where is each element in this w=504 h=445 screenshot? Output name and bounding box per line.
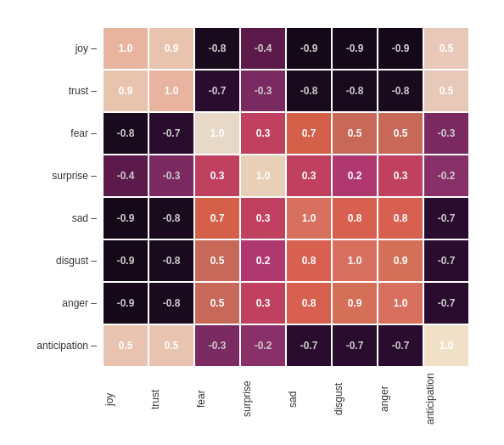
heatmap-cell: 0.5 [378, 113, 423, 154]
heatmap-cell: -0.8 [149, 198, 193, 239]
heatmap-cell: 0.7 [287, 113, 331, 154]
heatmap-cell: -0.7 [195, 70, 239, 111]
heatmap-cell: 0.8 [287, 240, 331, 281]
heatmap-cell: 0.5 [195, 240, 239, 281]
heatmap-cell: 0.9 [333, 283, 377, 324]
col-label: joy [104, 368, 148, 434]
heatmap-cell: 0.3 [241, 283, 285, 324]
heatmap-cell: 0.5 [104, 325, 148, 366]
heatmap-cell: -0.8 [149, 240, 193, 281]
row-label: disgust – [19, 240, 102, 281]
col-labels: joytrustfearsurprisesaddisgustangerantic… [104, 368, 468, 434]
heatmap-cell: -0.9 [378, 28, 423, 69]
heatmap-cell: 0.9 [149, 28, 193, 69]
col-label: anger [378, 368, 423, 434]
col-label: trust [149, 368, 193, 434]
heatmap-cell: -0.8 [149, 283, 193, 324]
heatmap-cell: -0.9 [287, 28, 331, 69]
heatmap-cell: -0.8 [104, 113, 148, 154]
col-label: disgust [333, 368, 377, 434]
heatmap-cell: 0.2 [333, 155, 377, 196]
heatmap-cell: -0.7 [287, 325, 331, 366]
heatmap-cell: 1.0 [333, 240, 377, 281]
heatmap-cell: 1.0 [195, 113, 239, 154]
row-label: anticipation – [19, 325, 102, 366]
heatmap-cell: 0.7 [195, 198, 239, 239]
heatmap-cell: -0.2 [424, 155, 468, 196]
row-label: fear – [19, 113, 102, 154]
heatmap-cell: -0.8 [378, 70, 423, 111]
heatmap-cell: 0.3 [241, 113, 285, 154]
heatmap-cell: -0.7 [424, 283, 468, 324]
heatmap-grid: 1.00.9-0.8-0.4-0.9-0.9-0.90.50.91.0-0.7-… [104, 28, 468, 366]
heatmap-cell: -0.7 [424, 240, 468, 281]
heatmap-cell: -0.7 [149, 113, 193, 154]
heatmap-cell: 0.5 [424, 28, 468, 69]
heatmap-cell: 1.0 [378, 283, 423, 324]
heatmap-cell: -0.4 [104, 155, 148, 196]
heatmap-cell: 0.3 [287, 155, 331, 196]
col-label: anticipation [424, 368, 468, 434]
heatmap-cell: 0.8 [378, 198, 423, 239]
heatmap-cell: -0.8 [195, 28, 239, 69]
heatmap-container: joy –trust –fear –surprise –sad –disgust… [19, 11, 485, 434]
heatmap-cell: -0.3 [195, 325, 239, 366]
heatmap-cell: 0.2 [241, 240, 285, 281]
row-label: trust – [19, 70, 102, 111]
heatmap-cell: 0.3 [195, 155, 239, 196]
heatmap-cell: 0.5 [333, 113, 377, 154]
heatmap-cell: -0.9 [104, 283, 148, 324]
heatmap-cell: 1.0 [287, 198, 331, 239]
heatmap-cell: 0.9 [104, 70, 148, 111]
heatmap-cell: 0.5 [149, 325, 193, 366]
heatmap-cell: -0.9 [104, 198, 148, 239]
heatmap-cell: -0.4 [241, 28, 285, 69]
heatmap-cell: 0.5 [195, 283, 239, 324]
heatmap-cell: 0.9 [378, 240, 423, 281]
row-label: sad – [19, 198, 102, 239]
heatmap-cell: -0.2 [241, 325, 285, 366]
row-label: joy – [19, 28, 102, 69]
heatmap-cell: 1.0 [104, 28, 148, 69]
row-labels: joy –trust –fear –surprise –sad –disgust… [19, 28, 102, 366]
col-label: fear [195, 368, 239, 434]
col-label: sad [287, 368, 331, 434]
heatmap-cell: 1.0 [149, 70, 193, 111]
heatmap-cell: 0.3 [378, 155, 423, 196]
heatmap-cell: 0.8 [287, 283, 331, 324]
row-label: surprise – [19, 155, 102, 196]
heatmap-cell: -0.8 [287, 70, 331, 111]
heatmap-cell: -0.8 [333, 70, 377, 111]
heatmap-cell: 0.3 [241, 198, 285, 239]
heatmap-cell: 1.0 [424, 325, 468, 366]
heatmap-cell: -0.7 [333, 325, 377, 366]
heatmap-cell: 0.5 [424, 70, 468, 111]
heatmap-cell: -0.3 [149, 155, 193, 196]
heatmap-cell: -0.7 [424, 198, 468, 239]
heatmap-cell: 1.0 [241, 155, 285, 196]
heatmap-cell: -0.9 [104, 240, 148, 281]
row-label: anger – [19, 283, 102, 324]
col-label: surprise [241, 368, 285, 434]
heatmap-cell: -0.3 [241, 70, 285, 111]
heatmap-cell: 0.8 [333, 198, 377, 239]
heatmap-cell: -0.7 [378, 325, 423, 366]
heatmap-cell: -0.9 [333, 28, 377, 69]
heatmap-cell: -0.3 [424, 113, 468, 154]
